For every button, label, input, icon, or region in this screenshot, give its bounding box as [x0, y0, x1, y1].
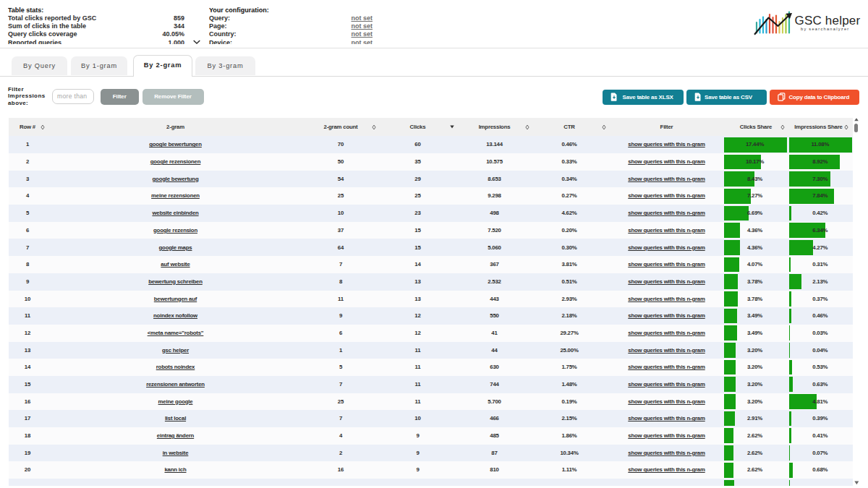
svg-text:by searchanalyzer: by searchanalyzer	[801, 27, 850, 31]
svg-text:GSC helper: GSC helper	[795, 14, 861, 27]
